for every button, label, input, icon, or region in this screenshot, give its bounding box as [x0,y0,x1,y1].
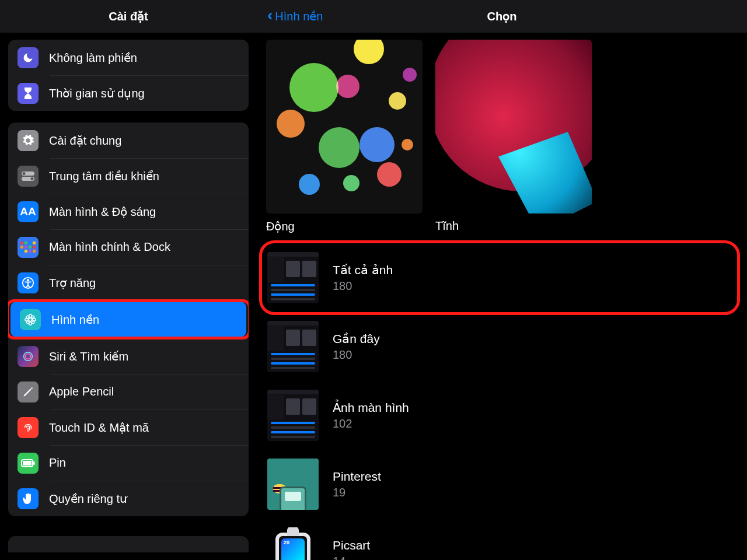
album-thumb [267,390,319,441]
album-title: Tất cả ảnh [333,263,393,277]
pencil-icon [18,382,39,402]
sidebar-item-label: Cài đặt chung [49,134,121,148]
album-title: Gần đây [333,332,380,346]
album-count: 19 [333,486,381,499]
sidebar-item-label: Trợ năng [49,276,96,290]
toggles-icon [18,166,39,187]
sidebar-item-label: Không làm phiền [49,51,137,65]
battery-icon [18,453,39,474]
album-list: Tất cả ảnh 180 Gần đây [266,251,738,560]
sidebar-item-label: Màn hình & Độ sáng [49,205,156,219]
flower-icon [20,309,41,330]
moon-icon [18,47,39,68]
sidebar-item-label: Touch ID & Mật mã [49,421,149,435]
wallpaper-type-row: Động Tĩnh [266,40,738,233]
album-picsart[interactable]: 2041 Picsart 14 [266,526,738,560]
sidebar-item-screentime[interactable]: Thời gian sử dụng [8,75,249,111]
settings-group-focus: Không làm phiền Thời gian sử dụng [8,40,249,111]
svg-point-10 [33,318,36,320]
sidebar-item-battery[interactable]: Pin [8,445,249,481]
sidebar-item-label: Quyền riêng tư [49,492,127,506]
svg-point-3 [31,177,34,180]
dynamic-wallpaper-thumb [266,40,423,214]
settings-sidebar: Cài đặt Không làm phiền Thời gian sử dụn… [0,0,257,560]
svg-point-9 [25,318,29,320]
svg-point-12 [32,315,35,318]
wallpaper-option-label: Động [266,219,423,233]
album-count: 180 [333,279,393,293]
sidebar-item-accessibility[interactable]: Trợ năng [8,265,249,300]
sidebar-item-label: Siri & Tìm kiếm [49,349,128,363]
sidebar-item-label: Màn hình chính & Dock [49,240,170,254]
sidebar-item-label: Apple Pencil [49,385,114,398]
fingerprint-icon [18,417,39,438]
svg-point-7 [29,314,32,317]
album-thumb [267,459,319,510]
sidebar-item-siri[interactable]: Siri & Tìm kiếm [8,338,249,374]
wallpaper-option-dynamic[interactable]: Động [266,40,423,233]
sidebar-item-privacy[interactable]: Quyền riêng tư [8,481,249,516]
sidebar-item-label: Pin [49,456,66,470]
sidebar-item-general[interactable]: Cài đặt chung [8,123,249,158]
album-title: Picsart [333,538,370,552]
album-recents[interactable]: Gần đây 180 [266,320,738,373]
back-button[interactable]: ‹ Hình nền [257,8,323,24]
album-pinterest[interactable]: Pinterest 19 [266,457,738,511]
svg-point-5 [27,279,29,281]
svg-point-6 [29,318,32,321]
sidebar-item-homescreen[interactable]: Màn hình chính & Dock [8,229,249,265]
album-thumb: 2041 [267,527,319,560]
hand-icon [18,488,39,509]
wallpaper-chooser: ‹ Hình nền Chọn [257,0,747,560]
sidebar-item-wallpaper-highlight: Hình nền [8,302,249,337]
detail-title: Chọn [257,9,747,23]
album-screenshots[interactable]: Ảnh màn hình 102 [266,388,738,442]
text-size-icon: AA [18,201,39,222]
wallpaper-option-still[interactable]: Tĩnh [435,40,592,233]
sidebar-item-touchid[interactable]: Touch ID & Mật mã [8,410,249,445]
sidebar-item-label: Hình nền [51,313,99,327]
sidebar-item-label: Thời gian sử dụng [49,86,145,100]
album-thumb [267,252,319,303]
album-count: 14 [333,555,370,561]
svg-point-1 [23,172,26,175]
svg-point-11 [26,315,29,318]
siri-icon [18,346,39,367]
hourglass-icon [18,83,39,104]
svg-point-8 [29,321,32,325]
still-wallpaper-thumb [435,40,592,214]
album-title: Ảnh màn hình [333,401,409,415]
sidebar-item-control-center[interactable]: Trung tâm điều khiển [8,158,249,194]
back-label: Hình nền [275,9,323,23]
svg-rect-19 [33,461,35,465]
settings-group-general: Cài đặt chung Trung tâm điều khiển AA Mà… [8,123,249,516]
svg-rect-18 [23,461,32,466]
accessibility-icon [18,272,39,293]
album-count: 102 [333,417,409,430]
album-thumb [267,321,319,372]
gear-icon [18,130,39,151]
sidebar-item-wallpaper[interactable]: Hình nền [11,302,246,337]
wallpaper-option-label: Tĩnh [435,219,592,233]
sidebar-item-label: Trung tâm điều khiển [49,169,159,183]
album-all-photos[interactable]: Tất cả ảnh 180 [266,251,738,304]
settings-title: Cài đặt [0,0,257,33]
app-grid-icon [18,237,39,258]
detail-header: ‹ Hình nền Chọn [257,0,747,33]
album-title: Pinterest [333,470,381,484]
album-count: 180 [333,348,380,362]
settings-group-partial [8,536,249,552]
svg-point-16 [25,354,30,359]
svg-point-13 [26,320,29,324]
sidebar-item-display[interactable]: AA Màn hình & Độ sáng [8,194,249,229]
chevron-left-icon: ‹ [267,7,273,23]
sidebar-item-apple-pencil[interactable]: Apple Pencil [8,374,249,410]
svg-point-14 [32,320,35,324]
sidebar-item-do-not-disturb[interactable]: Không làm phiền [8,40,249,75]
